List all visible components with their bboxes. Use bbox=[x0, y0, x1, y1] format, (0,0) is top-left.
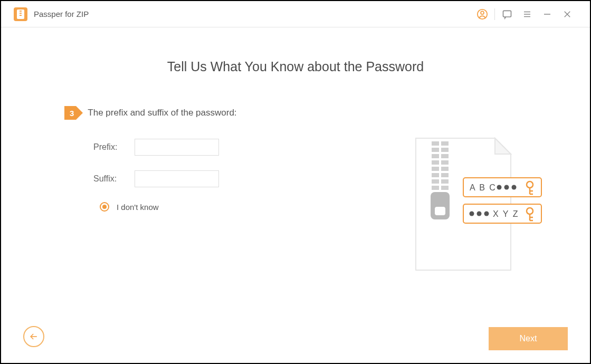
feedback-icon[interactable] bbox=[497, 4, 517, 24]
titlebar: Passper for ZIP bbox=[1, 1, 590, 27]
radio-icon bbox=[100, 202, 109, 212]
svg-point-36 bbox=[512, 185, 517, 190]
svg-rect-16 bbox=[441, 141, 449, 146]
svg-rect-15 bbox=[432, 141, 439, 146]
account-icon[interactable] bbox=[472, 4, 492, 24]
svg-rect-29 bbox=[432, 186, 439, 190]
svg-rect-21 bbox=[432, 160, 439, 165]
svg-point-42 bbox=[470, 212, 474, 216]
svg-point-44 bbox=[484, 212, 489, 216]
svg-rect-27 bbox=[432, 179, 439, 184]
svg-rect-23 bbox=[432, 167, 439, 171]
svg-rect-20 bbox=[441, 154, 449, 158]
suffix-input[interactable] bbox=[135, 170, 219, 187]
svg-rect-19 bbox=[432, 154, 439, 158]
zip-illustration: A B C X Y Z bbox=[411, 133, 553, 286]
step-description: The prefix and suffix of the password: bbox=[88, 108, 236, 118]
title-left: Passper for ZIP bbox=[14, 7, 89, 21]
title-right bbox=[472, 4, 577, 24]
illustration-xyz: X Y Z bbox=[493, 209, 519, 218]
content-area: Tell Us What You Know about the Password… bbox=[1, 27, 590, 363]
svg-rect-3 bbox=[20, 15, 22, 16]
svg-rect-17 bbox=[432, 148, 439, 152]
step-number-badge: 3 bbox=[64, 106, 76, 120]
svg-rect-1 bbox=[20, 11, 22, 12]
illustration-abc: A B C bbox=[470, 183, 497, 192]
dont-know-label: I don't know bbox=[117, 203, 159, 212]
next-button[interactable]: Next bbox=[489, 327, 568, 350]
svg-rect-32 bbox=[435, 207, 445, 215]
suffix-label: Suffix: bbox=[93, 174, 120, 184]
svg-rect-2 bbox=[20, 13, 22, 14]
close-icon[interactable] bbox=[557, 4, 577, 24]
svg-rect-31 bbox=[431, 192, 450, 219]
svg-point-35 bbox=[504, 185, 509, 190]
svg-rect-18 bbox=[441, 148, 449, 152]
app-title: Passper for ZIP bbox=[34, 9, 89, 18]
svg-rect-26 bbox=[441, 173, 449, 177]
prefix-input[interactable] bbox=[135, 139, 219, 156]
svg-rect-22 bbox=[441, 160, 449, 165]
minimize-icon[interactable] bbox=[537, 4, 557, 24]
svg-point-5 bbox=[481, 11, 484, 14]
page-heading: Tell Us What You Know about the Password bbox=[64, 59, 527, 74]
svg-rect-25 bbox=[432, 173, 439, 177]
prefix-label: Prefix: bbox=[93, 142, 120, 152]
svg-rect-24 bbox=[441, 167, 449, 171]
app-window: Passper for ZIP Tell Us What You Know ab… bbox=[0, 0, 591, 364]
step-indicator: 3 The prefix and suffix of the password: bbox=[64, 106, 527, 120]
svg-rect-28 bbox=[441, 179, 449, 184]
divider bbox=[494, 8, 495, 20]
next-label: Next bbox=[520, 334, 537, 343]
svg-point-43 bbox=[477, 212, 482, 216]
svg-marker-14 bbox=[495, 138, 511, 154]
app-icon bbox=[14, 7, 27, 21]
back-button[interactable] bbox=[23, 326, 44, 347]
svg-rect-30 bbox=[441, 186, 449, 190]
svg-point-34 bbox=[497, 185, 502, 190]
menu-icon[interactable] bbox=[517, 4, 537, 24]
svg-rect-6 bbox=[503, 11, 511, 17]
